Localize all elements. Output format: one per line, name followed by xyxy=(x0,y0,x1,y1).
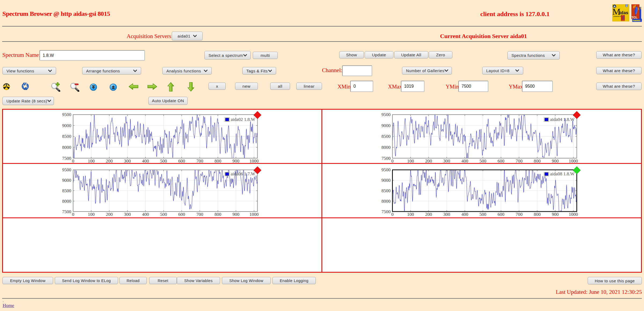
svg-text:900: 900 xyxy=(552,212,559,217)
svg-text:100: 100 xyxy=(88,212,95,217)
svg-text:100: 100 xyxy=(407,212,414,217)
svg-text:900: 900 xyxy=(233,158,240,164)
svg-text:idas: idas xyxy=(620,10,628,15)
svg-text:9500: 9500 xyxy=(62,167,71,172)
svg-text:100: 100 xyxy=(88,158,95,164)
svg-text:900: 900 xyxy=(552,158,559,164)
svg-text:100: 100 xyxy=(407,158,414,164)
svg-text:500: 500 xyxy=(480,158,486,164)
svg-text:1000: 1000 xyxy=(569,212,578,217)
svg-text:8000: 8000 xyxy=(382,199,391,204)
svg-text:400: 400 xyxy=(461,158,468,164)
svg-text:7500: 7500 xyxy=(62,209,71,214)
svg-text:1000: 1000 xyxy=(250,158,259,164)
svg-text:500: 500 xyxy=(160,212,167,217)
svg-text:800: 800 xyxy=(534,212,541,217)
svg-text:POWERED: POWERED xyxy=(633,19,641,22)
svg-text:300: 300 xyxy=(443,158,450,164)
svg-text:500: 500 xyxy=(480,212,486,217)
svg-text:8000: 8000 xyxy=(382,145,391,150)
svg-text:8000: 8000 xyxy=(62,199,71,204)
svg-text:1000: 1000 xyxy=(569,158,578,164)
svg-text:600: 600 xyxy=(497,158,504,164)
svg-text:800: 800 xyxy=(214,212,221,217)
svg-text:aida04 1.8.W: aida04 1.8.W xyxy=(550,117,575,122)
svg-text:0: 0 xyxy=(391,212,394,217)
svg-text:400: 400 xyxy=(142,158,149,164)
svg-text:1000: 1000 xyxy=(250,212,259,217)
svg-text:aida08 1.8.W: aida08 1.8.W xyxy=(550,171,575,176)
svg-text:powered by: powered by xyxy=(613,16,621,17)
svg-text:800: 800 xyxy=(214,158,221,164)
svg-text:9500: 9500 xyxy=(382,112,391,117)
svg-text:200: 200 xyxy=(106,158,113,164)
svg-text:400: 400 xyxy=(461,212,468,217)
svg-text:8500: 8500 xyxy=(382,188,391,193)
svg-text:TCL: TCL xyxy=(632,16,638,19)
svg-text:9000: 9000 xyxy=(62,123,71,128)
svg-text:9500: 9500 xyxy=(382,167,391,172)
svg-text:aida02 1.8.W: aida02 1.8.W xyxy=(231,117,255,122)
svg-text:L I N U X: L I N U X xyxy=(621,20,625,21)
svg-text:9000: 9000 xyxy=(62,178,71,183)
svg-text:700: 700 xyxy=(516,158,523,164)
svg-text:200: 200 xyxy=(425,212,432,217)
svg-text:0: 0 xyxy=(72,158,74,164)
svg-text:700: 700 xyxy=(196,158,203,164)
svg-text:aida06 1.7.W: aida06 1.7.W xyxy=(231,171,255,176)
svg-text:7500: 7500 xyxy=(382,209,391,214)
svg-text:600: 600 xyxy=(497,212,504,217)
svg-text:9500: 9500 xyxy=(62,112,71,117)
svg-text:0: 0 xyxy=(391,158,394,164)
svg-text:8500: 8500 xyxy=(62,188,71,193)
svg-text:8500: 8500 xyxy=(62,134,71,139)
svg-text:200: 200 xyxy=(425,158,432,164)
svg-text:600: 600 xyxy=(178,158,185,164)
svg-text:700: 700 xyxy=(516,212,523,217)
svg-text:9000: 9000 xyxy=(382,123,391,128)
svg-text:900: 900 xyxy=(233,212,240,217)
svg-text:700: 700 xyxy=(196,212,203,217)
svg-text:200: 200 xyxy=(106,212,113,217)
svg-text:8500: 8500 xyxy=(382,134,391,139)
svg-text:9000: 9000 xyxy=(382,178,391,183)
svg-text:8000: 8000 xyxy=(62,145,71,150)
svg-text:0: 0 xyxy=(72,212,74,217)
svg-text:800: 800 xyxy=(534,158,541,164)
svg-text:7500: 7500 xyxy=(382,156,391,161)
svg-text:300: 300 xyxy=(124,158,131,164)
svg-text:7500: 7500 xyxy=(62,156,71,161)
svg-text:300: 300 xyxy=(443,212,450,217)
svg-text:600: 600 xyxy=(178,212,185,217)
svg-text:400: 400 xyxy=(142,212,149,217)
svg-text:300: 300 xyxy=(124,212,131,217)
svg-text:500: 500 xyxy=(160,158,167,164)
